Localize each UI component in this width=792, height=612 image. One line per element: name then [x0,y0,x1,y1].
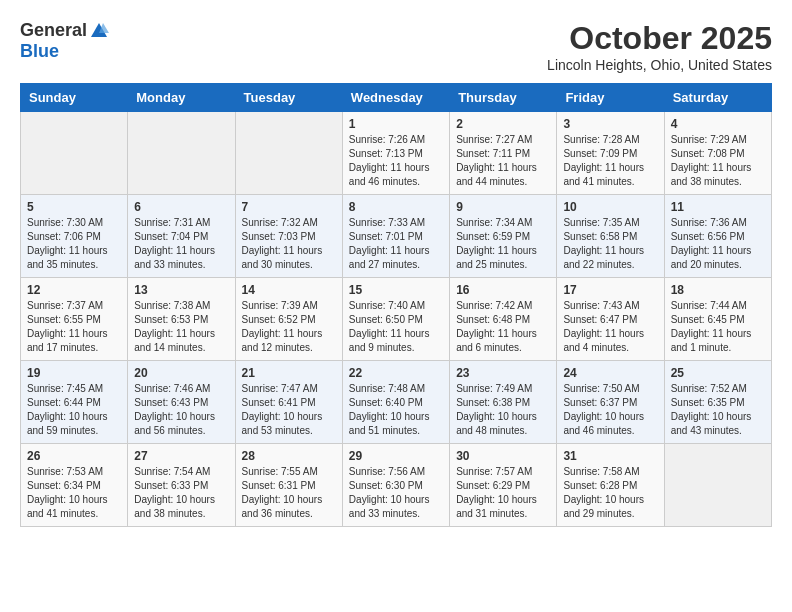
day-number: 29 [349,449,443,463]
day-info: Sunrise: 7:50 AM Sunset: 6:37 PM Dayligh… [563,382,657,438]
calendar-day-cell [21,112,128,195]
calendar-table: SundayMondayTuesdayWednesdayThursdayFrid… [20,83,772,527]
calendar-day-cell: 15Sunrise: 7:40 AM Sunset: 6:50 PM Dayli… [342,278,449,361]
calendar-day-cell: 10Sunrise: 7:35 AM Sunset: 6:58 PM Dayli… [557,195,664,278]
calendar-day-cell: 22Sunrise: 7:48 AM Sunset: 6:40 PM Dayli… [342,361,449,444]
calendar-day-cell: 27Sunrise: 7:54 AM Sunset: 6:33 PM Dayli… [128,444,235,527]
day-info: Sunrise: 7:28 AM Sunset: 7:09 PM Dayligh… [563,133,657,189]
calendar-day-cell: 11Sunrise: 7:36 AM Sunset: 6:56 PM Dayli… [664,195,771,278]
calendar-day-cell [128,112,235,195]
month-title: October 2025 [547,20,772,57]
day-number: 25 [671,366,765,380]
day-info: Sunrise: 7:54 AM Sunset: 6:33 PM Dayligh… [134,465,228,521]
day-info: Sunrise: 7:38 AM Sunset: 6:53 PM Dayligh… [134,299,228,355]
calendar-day-cell: 20Sunrise: 7:46 AM Sunset: 6:43 PM Dayli… [128,361,235,444]
location: Lincoln Heights, Ohio, United States [547,57,772,73]
day-number: 27 [134,449,228,463]
logo: General Blue [20,20,109,62]
calendar-day-cell [664,444,771,527]
day-number: 18 [671,283,765,297]
calendar-day-cell: 7Sunrise: 7:32 AM Sunset: 7:03 PM Daylig… [235,195,342,278]
calendar-day-cell: 3Sunrise: 7:28 AM Sunset: 7:09 PM Daylig… [557,112,664,195]
calendar-day-cell: 24Sunrise: 7:50 AM Sunset: 6:37 PM Dayli… [557,361,664,444]
day-number: 3 [563,117,657,131]
calendar-day-cell: 31Sunrise: 7:58 AM Sunset: 6:28 PM Dayli… [557,444,664,527]
logo-general-text: General [20,20,87,41]
calendar-week-row: 19Sunrise: 7:45 AM Sunset: 6:44 PM Dayli… [21,361,772,444]
day-info: Sunrise: 7:57 AM Sunset: 6:29 PM Dayligh… [456,465,550,521]
calendar-week-row: 5Sunrise: 7:30 AM Sunset: 7:06 PM Daylig… [21,195,772,278]
day-of-week-header: Wednesday [342,84,449,112]
day-number: 20 [134,366,228,380]
day-info: Sunrise: 7:45 AM Sunset: 6:44 PM Dayligh… [27,382,121,438]
day-info: Sunrise: 7:42 AM Sunset: 6:48 PM Dayligh… [456,299,550,355]
day-info: Sunrise: 7:33 AM Sunset: 7:01 PM Dayligh… [349,216,443,272]
day-number: 10 [563,200,657,214]
day-number: 15 [349,283,443,297]
day-info: Sunrise: 7:26 AM Sunset: 7:13 PM Dayligh… [349,133,443,189]
day-number: 22 [349,366,443,380]
day-info: Sunrise: 7:55 AM Sunset: 6:31 PM Dayligh… [242,465,336,521]
calendar-day-cell: 17Sunrise: 7:43 AM Sunset: 6:47 PM Dayli… [557,278,664,361]
day-number: 2 [456,117,550,131]
day-info: Sunrise: 7:29 AM Sunset: 7:08 PM Dayligh… [671,133,765,189]
day-info: Sunrise: 7:47 AM Sunset: 6:41 PM Dayligh… [242,382,336,438]
calendar-day-cell: 30Sunrise: 7:57 AM Sunset: 6:29 PM Dayli… [450,444,557,527]
calendar-day-cell: 16Sunrise: 7:42 AM Sunset: 6:48 PM Dayli… [450,278,557,361]
day-number: 16 [456,283,550,297]
calendar-week-row: 1Sunrise: 7:26 AM Sunset: 7:13 PM Daylig… [21,112,772,195]
calendar-day-cell: 5Sunrise: 7:30 AM Sunset: 7:06 PM Daylig… [21,195,128,278]
day-info: Sunrise: 7:43 AM Sunset: 6:47 PM Dayligh… [563,299,657,355]
day-number: 8 [349,200,443,214]
day-number: 14 [242,283,336,297]
day-info: Sunrise: 7:56 AM Sunset: 6:30 PM Dayligh… [349,465,443,521]
day-info: Sunrise: 7:49 AM Sunset: 6:38 PM Dayligh… [456,382,550,438]
day-info: Sunrise: 7:35 AM Sunset: 6:58 PM Dayligh… [563,216,657,272]
day-of-week-header: Thursday [450,84,557,112]
day-info: Sunrise: 7:39 AM Sunset: 6:52 PM Dayligh… [242,299,336,355]
day-info: Sunrise: 7:52 AM Sunset: 6:35 PM Dayligh… [671,382,765,438]
calendar-day-cell: 29Sunrise: 7:56 AM Sunset: 6:30 PM Dayli… [342,444,449,527]
day-number: 31 [563,449,657,463]
logo-icon [89,21,109,41]
day-number: 28 [242,449,336,463]
calendar-day-cell: 25Sunrise: 7:52 AM Sunset: 6:35 PM Dayli… [664,361,771,444]
day-number: 19 [27,366,121,380]
day-info: Sunrise: 7:37 AM Sunset: 6:55 PM Dayligh… [27,299,121,355]
calendar-day-cell: 4Sunrise: 7:29 AM Sunset: 7:08 PM Daylig… [664,112,771,195]
day-info: Sunrise: 7:58 AM Sunset: 6:28 PM Dayligh… [563,465,657,521]
day-of-week-header: Friday [557,84,664,112]
calendar-day-cell: 19Sunrise: 7:45 AM Sunset: 6:44 PM Dayli… [21,361,128,444]
calendar-day-cell: 12Sunrise: 7:37 AM Sunset: 6:55 PM Dayli… [21,278,128,361]
day-info: Sunrise: 7:40 AM Sunset: 6:50 PM Dayligh… [349,299,443,355]
day-info: Sunrise: 7:31 AM Sunset: 7:04 PM Dayligh… [134,216,228,272]
day-number: 5 [27,200,121,214]
day-number: 17 [563,283,657,297]
day-info: Sunrise: 7:48 AM Sunset: 6:40 PM Dayligh… [349,382,443,438]
day-number: 30 [456,449,550,463]
calendar-day-cell: 14Sunrise: 7:39 AM Sunset: 6:52 PM Dayli… [235,278,342,361]
calendar-day-cell: 13Sunrise: 7:38 AM Sunset: 6:53 PM Dayli… [128,278,235,361]
calendar-day-cell: 1Sunrise: 7:26 AM Sunset: 7:13 PM Daylig… [342,112,449,195]
calendar-header-row: SundayMondayTuesdayWednesdayThursdayFrid… [21,84,772,112]
day-info: Sunrise: 7:53 AM Sunset: 6:34 PM Dayligh… [27,465,121,521]
calendar-day-cell: 9Sunrise: 7:34 AM Sunset: 6:59 PM Daylig… [450,195,557,278]
day-info: Sunrise: 7:27 AM Sunset: 7:11 PM Dayligh… [456,133,550,189]
day-number: 11 [671,200,765,214]
day-info: Sunrise: 7:46 AM Sunset: 6:43 PM Dayligh… [134,382,228,438]
day-info: Sunrise: 7:36 AM Sunset: 6:56 PM Dayligh… [671,216,765,272]
day-number: 1 [349,117,443,131]
calendar-day-cell: 6Sunrise: 7:31 AM Sunset: 7:04 PM Daylig… [128,195,235,278]
calendar-week-row: 26Sunrise: 7:53 AM Sunset: 6:34 PM Dayli… [21,444,772,527]
header: General Blue October 2025 Lincoln Height… [20,20,772,73]
day-number: 21 [242,366,336,380]
calendar-day-cell: 8Sunrise: 7:33 AM Sunset: 7:01 PM Daylig… [342,195,449,278]
logo-blue-text: Blue [20,41,59,62]
calendar-day-cell: 18Sunrise: 7:44 AM Sunset: 6:45 PM Dayli… [664,278,771,361]
title-section: October 2025 Lincoln Heights, Ohio, Unit… [547,20,772,73]
calendar-week-row: 12Sunrise: 7:37 AM Sunset: 6:55 PM Dayli… [21,278,772,361]
day-of-week-header: Tuesday [235,84,342,112]
day-of-week-header: Sunday [21,84,128,112]
day-number: 4 [671,117,765,131]
day-number: 9 [456,200,550,214]
